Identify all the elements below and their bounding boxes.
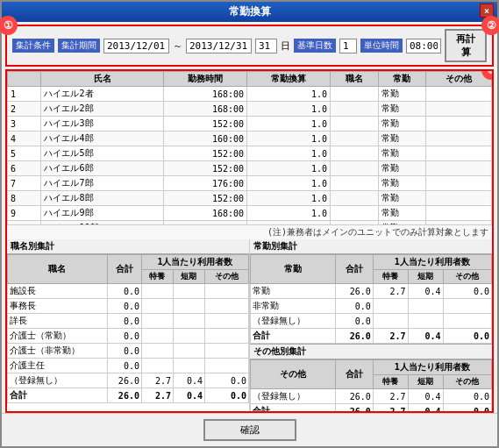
note-row: (注)兼務者はメインのユニットでのみ計算対象とします [7,224,492,239]
job-row-name: 詳長 [8,314,108,329]
row-regular: 常勤 [378,176,426,191]
job-row-total: 26.0 [107,388,141,403]
table-row: 1 ハイエル2者 168:00 1.0 常勤 [8,87,492,102]
job-row-other: 0.0 [204,388,248,403]
oth-row-other: 0.0 [443,404,491,412]
reg-row-other [443,314,491,329]
reg-row-name: 非常勤 [251,299,336,314]
days-unit: 日 [281,39,290,53]
row-calc: 1.0 [247,176,331,191]
row-other [426,161,492,176]
row-num: 7 [8,176,41,191]
reg-row-name: 常勤 [251,284,336,299]
window-title: 常勤換算 [229,5,271,18]
list-item: 常勤 26.0 2.7 0.4 0.0 [251,284,492,299]
bottom-section: 職名別集計 職名 合計 1人当たり利用者数 特養 短期 その他 [7,239,492,411]
row-name: ハイエル2者 [41,87,164,102]
row-title [331,132,379,146]
row-other [426,146,492,161]
job-row-name: 介護士（非常勤） [8,344,108,359]
th-hours: 勤務時間 [164,72,247,87]
row-title [331,146,379,161]
table-row: 2 ハイエル2郎 168:00 1.0 常勤 [8,102,492,117]
title-bar: 常勤換算 × [2,2,497,22]
reg-row-tanki: 0.4 [408,329,443,344]
row-title [331,161,379,176]
list-item: 施設長 0.0 [8,284,249,299]
table-row: 4 ハイエル4郎 160:00 1.0 常勤 [8,132,492,146]
row-hours: 168:00 [164,102,247,117]
row-regular: 常勤 [378,102,426,117]
job-row-other: 0.0 [204,373,248,388]
data-table-scroll[interactable]: 氏名 勤務時間 常勤換算 職名 常勤 その他 1 ハイエル2者 168:00 1… [7,71,492,224]
job-row-other [204,314,248,329]
list-item: 詳長 0.0 [8,314,249,329]
job-summary-table: 職名 合計 1人当たり利用者数 特養 短期 その他 施設長 0.0 事務長 [7,254,249,403]
row-num: 8 [8,191,41,206]
job-row-name: （登録無し） [8,373,108,388]
row-num: 1 [8,87,41,102]
list-item: （登録無し） 26.0 2.7 0.4 0.0 [251,389,492,404]
oth-row-tanki: 0.4 [408,389,443,404]
job-row-other [204,284,248,299]
oth-row-tokuyo: 2.7 [373,404,408,412]
reg-row-total: 0.0 [335,314,373,329]
table-row: 8 ハイエル8郎 152:00 1.0 常勤 [8,191,492,206]
reg-row-name: （登録無し） [251,314,336,329]
base-days-label: 基準日数 [294,39,336,53]
oth-sub1: 特養 [373,375,408,389]
job-row-tokuyo: 2.7 [141,373,173,388]
job-row-tanki: 0.4 [173,388,204,403]
list-item: 介護士（非常勤） 0.0 [8,344,249,359]
job-row-total: 0.0 [107,344,141,359]
reg-row-tokuyo [373,299,408,314]
reg-row-total: 26.0 [335,284,373,299]
reg-sub-header: 1人当たり利用者数 [373,255,491,270]
row-calc: 1.0 [247,87,331,102]
unit-hours-input[interactable] [406,39,441,53]
table-row: 7 ハイエル7郎 176:00 1.0 常勤 [8,176,492,191]
job-row-name: 施設長 [8,284,108,299]
reg-row-tokuyo: 2.7 [373,284,408,299]
job-row-tokuyo: 2.7 [141,388,173,403]
row-title [331,191,379,206]
confirm-button[interactable]: 確認 [203,419,296,441]
period-end-input[interactable] [186,39,252,53]
job-row-other [204,329,248,344]
period-start-input[interactable] [103,39,169,53]
row-num: 5 [8,146,41,161]
reg-col2: 合計 [335,255,373,284]
row-regular: 常勤 [378,191,426,206]
reg-row-other [443,299,491,314]
oth-row-total: 26.0 [335,389,373,404]
job-row-other [204,359,248,373]
row-title [331,87,379,102]
recalc-button[interactable]: 再計算 [445,29,487,62]
reg-row-tanki: 0.4 [408,284,443,299]
row-other [426,102,492,117]
list-item: 合計 26.0 2.7 0.4 0.0 [251,404,492,412]
row-num: 9 [8,206,41,221]
list-item: 介護士（常勤） 0.0 [8,329,249,344]
job-row-tanki [173,284,204,299]
job-row-name: 介護士（常勤） [8,329,108,344]
job-summary-panel: 職名別集計 職名 合計 1人当たり利用者数 特養 短期 その他 [7,239,250,411]
days-value-input[interactable] [255,39,277,53]
list-item: 非常勤 0.0 [251,299,492,314]
job-col1: 職名 [8,255,108,284]
row-name: ハイエル3郎 [41,117,164,132]
oth-col2: 合計 [335,360,373,389]
base-days-input[interactable] [339,39,357,53]
other-summary-table: その他 合計 1人当たり利用者数 特養 短期 その他 （登録無し） 26.0 [250,359,492,411]
job-sub3: その他 [204,270,248,284]
job-row-other [204,344,248,359]
job-row-tokuyo [141,344,173,359]
row-num: 3 [8,117,41,132]
row-hours: 160:00 [164,132,247,146]
row-calc: 1.0 [247,161,331,176]
row-title [331,117,379,132]
conditions-bar: ① ② 集計条件 集計期間 ～ 日 基準日数 単位時間 再計算 [5,25,494,67]
list-item: （登録無し） 0.0 [251,314,492,329]
table-row: 5 ハイエル5郎 152:00 1.0 常勤 [8,146,492,161]
row-hours: 152:00 [164,146,247,161]
